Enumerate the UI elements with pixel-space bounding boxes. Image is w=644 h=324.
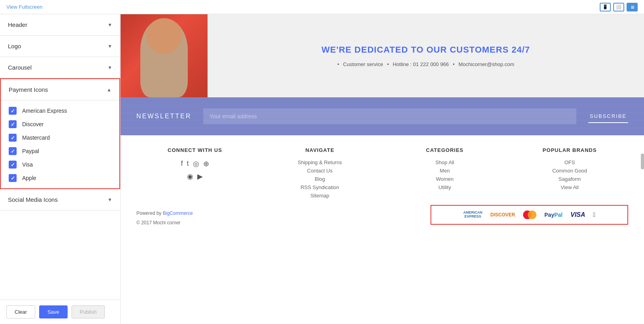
checkbox-apple[interactable] bbox=[9, 174, 17, 182]
payment-label-mastercard: Mastercard bbox=[22, 135, 50, 141]
link-women[interactable]: Women bbox=[386, 176, 503, 182]
sidebar-header-label: Header bbox=[8, 21, 27, 28]
payment-label-paypal: Paypal bbox=[22, 148, 39, 154]
link-ofs[interactable]: OFS bbox=[511, 159, 628, 165]
payment-label-apple: Apple bbox=[22, 175, 36, 181]
powered-by-text: Powered by bbox=[136, 210, 161, 216]
sidebar-carousel-toggle[interactable]: Carousel ▼ bbox=[0, 57, 120, 78]
contact-email: Mochicorner@shop.com bbox=[459, 61, 514, 67]
checkbox-amex[interactable] bbox=[9, 107, 17, 115]
main-layout: Header ▼ Logo ▼ Carousel ▼ Payment Icons… bbox=[0, 14, 644, 324]
link-utility[interactable]: Utility bbox=[386, 184, 503, 190]
payment-logos-bar: AMERICANEXPRESS DISCOVER PayPal VISA  bbox=[431, 205, 628, 225]
contact-service: Customer service bbox=[343, 61, 383, 67]
payment-item-paypal: Paypal bbox=[9, 147, 111, 155]
sidebar-header-toggle[interactable]: Header ▼ bbox=[0, 14, 120, 35]
newsletter-subscribe-button[interactable]: SUBSCRIBE bbox=[588, 110, 628, 123]
tablet-icon[interactable]: ⬜ bbox=[613, 3, 624, 11]
sidebar-logo-toggle[interactable]: Logo ▼ bbox=[0, 36, 120, 57]
preview-content: WE'RE DEDICATED TO OUR CUSTOMERS 24/7 • … bbox=[121, 14, 644, 324]
rss-icon: ◉ bbox=[187, 172, 193, 181]
payment-label-discover: Discover bbox=[22, 121, 43, 127]
view-fullscreen-link[interactable]: View Fullscreen bbox=[6, 4, 43, 10]
facebook-icon: f bbox=[181, 159, 183, 168]
visa-logo: VISA bbox=[570, 211, 585, 218]
top-bar: View Fullscreen 📱 ⬜ 🖥 bbox=[0, 0, 644, 14]
chevron-up-icon: ▲ bbox=[107, 87, 111, 93]
link-blog[interactable]: Blog bbox=[261, 176, 378, 182]
chevron-down-icon: ▼ bbox=[108, 197, 112, 203]
save-button[interactable]: Save bbox=[39, 305, 68, 318]
link-sagaform[interactable]: Sagaform bbox=[511, 176, 628, 182]
link-rss[interactable]: RSS Syndication bbox=[261, 184, 378, 190]
amex-logo: AMERICANEXPRESS bbox=[463, 211, 483, 219]
checkbox-paypal[interactable] bbox=[9, 147, 17, 155]
hero-title: WE'RE DEDICATED TO OUR CUSTOMERS 24/7 bbox=[215, 45, 636, 55]
payment-item-mastercard: Mastercard bbox=[9, 134, 111, 142]
discover-logo: DISCOVER bbox=[490, 212, 515, 218]
link-common-good[interactable]: Common Good bbox=[511, 168, 628, 174]
apple-logo:  bbox=[593, 211, 595, 218]
footer-col-connect: CONNECT WITH US f t ◎ ⊕ ◉ ▶ bbox=[136, 147, 253, 201]
sidebar-footer: Clear Save Publish bbox=[0, 299, 120, 324]
preview-area: WE'RE DEDICATED TO OUR CUSTOMERS 24/7 • … bbox=[121, 14, 644, 324]
device-switcher: 📱 ⬜ 🖥 bbox=[600, 3, 638, 11]
footer-section: CONNECT WITH US f t ◎ ⊕ ◉ ▶ bbox=[121, 135, 644, 201]
sidebar-logo-label: Logo bbox=[8, 43, 21, 49]
newsletter-section: NEWSLETTER SUBSCRIBE bbox=[121, 97, 644, 135]
desktop-icon[interactable]: 🖥 bbox=[627, 3, 638, 11]
footer-navigate-links: Shipping & Returns Contact Us Blog RSS S… bbox=[261, 159, 378, 199]
bullet-2: • bbox=[387, 61, 389, 67]
link-sitemap[interactable]: Sitemap bbox=[261, 193, 378, 199]
mobile-icon[interactable]: 📱 bbox=[600, 3, 611, 11]
hero-image bbox=[121, 14, 208, 97]
hero-section: WE'RE DEDICATED TO OUR CUSTOMERS 24/7 • … bbox=[121, 14, 644, 97]
link-contact[interactable]: Contact Us bbox=[261, 168, 378, 174]
link-shipping[interactable]: Shipping & Returns bbox=[261, 159, 378, 165]
payment-label-amex: American Express bbox=[22, 108, 67, 114]
sidebar-section-header: Header ▼ bbox=[0, 14, 120, 36]
sidebar-section-payment-icons: Payment Icons ▲ American Express Discove… bbox=[0, 78, 120, 189]
checkbox-visa[interactable] bbox=[9, 161, 17, 169]
link-men[interactable]: Men bbox=[386, 168, 503, 174]
sidebar: Header ▼ Logo ▼ Carousel ▼ Payment Icons… bbox=[0, 14, 121, 324]
youtube-icon: ▶ bbox=[197, 172, 203, 181]
link-shop-all[interactable]: Shop All bbox=[386, 159, 503, 165]
newsletter-email-input[interactable] bbox=[203, 108, 576, 124]
payment-label-visa: Visa bbox=[22, 161, 33, 168]
contact-hotline: Hotline : 01 222 000 966 bbox=[393, 61, 449, 67]
checkbox-discover[interactable] bbox=[9, 120, 17, 128]
link-view-all[interactable]: View All bbox=[511, 184, 628, 190]
bullet-1: • bbox=[337, 61, 339, 67]
footer-categories-title: CATEGORIES bbox=[386, 147, 503, 153]
scrollbar-handle[interactable] bbox=[641, 153, 644, 169]
footer-col-brands: POPULAR BRANDS OFS Common Good Sagaform … bbox=[511, 147, 628, 201]
payment-item-apple: Apple bbox=[9, 174, 111, 182]
sidebar-social-label: Social Media Icons bbox=[8, 196, 58, 203]
instagram-icon: ◎ bbox=[193, 159, 199, 168]
hero-contacts: • Customer service • Hotline : 01 222 00… bbox=[215, 61, 636, 67]
mastercard-logo bbox=[523, 210, 536, 219]
copyright-text: © 2017 Mochi corner bbox=[136, 220, 193, 225]
paypal-logo: PayPal bbox=[544, 212, 563, 218]
footer-copyright: Powered by BigCommerce © 2017 Mochi corn… bbox=[136, 204, 193, 225]
chevron-down-icon: ▼ bbox=[108, 44, 112, 49]
sidebar-section-social: Social Media Icons ▼ bbox=[0, 189, 120, 210]
payment-item-amex: American Express bbox=[9, 107, 111, 115]
sidebar-section-carousel: Carousel ▼ bbox=[0, 57, 120, 78]
bigcommerce-link[interactable]: BigCommerce bbox=[163, 210, 193, 216]
sidebar-payment-icons-label: Payment Icons bbox=[9, 86, 48, 93]
checkbox-mastercard[interactable] bbox=[9, 134, 17, 142]
payment-icons-list: American Express Discover Mastercard Pay… bbox=[1, 100, 119, 188]
publish-button[interactable]: Publish bbox=[72, 305, 105, 318]
footer-powered: Powered by BigCommerce bbox=[136, 204, 193, 220]
footer-grid: CONNECT WITH US f t ◎ ⊕ ◉ ▶ bbox=[136, 147, 628, 201]
footer-brands-links: OFS Common Good Sagaform View All bbox=[511, 159, 628, 190]
sidebar-payment-icons-toggle[interactable]: Payment Icons ▲ bbox=[1, 79, 119, 100]
footer-categories-links: Shop All Men Women Utility bbox=[386, 159, 503, 190]
clear-button[interactable]: Clear bbox=[6, 305, 35, 318]
footer-col-categories: CATEGORIES Shop All Men Women Utility bbox=[386, 147, 503, 201]
pinterest-icon: ⊕ bbox=[203, 159, 209, 168]
bullet-3: • bbox=[453, 61, 455, 67]
sidebar-social-toggle[interactable]: Social Media Icons ▼ bbox=[0, 189, 120, 210]
